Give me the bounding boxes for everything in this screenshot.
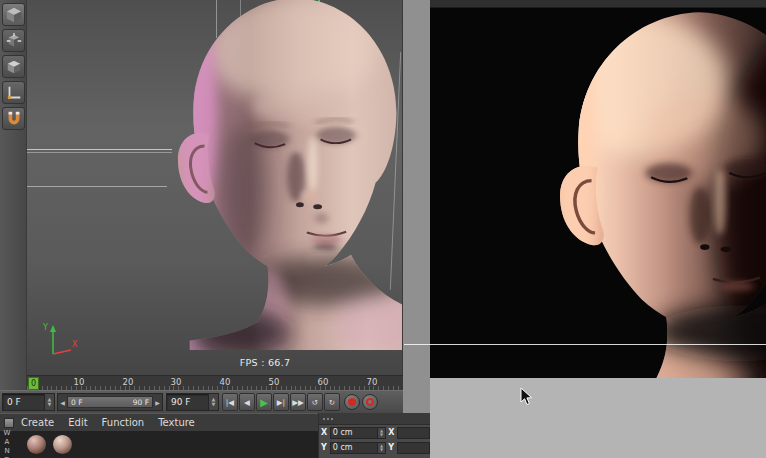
scale-cube-icon [5,58,23,76]
render-scanline [404,344,766,345]
menu-edit[interactable]: Edit [68,417,87,428]
ruler-tick: 40 [215,377,235,387]
coordinate-row-x: X 0 cm ▲ ▼ X [319,425,430,440]
axis-gizmo: Y X [39,320,79,362]
next-frame-button[interactable]: ▶| [273,393,289,411]
play-loop-backward-button[interactable]: ↺ [307,393,323,411]
coordinate-value: 0 cm [331,443,377,452]
transport-bar: 0 F ▲ ▼ ◀ 0 F 90 F ▶ 90 F ▲ ▼ [0,390,403,413]
coordinates-panel: X 0 cm ▲ ▼ X Y 0 cm ▲ ▼ [318,413,430,458]
ruler-tick: 20 [118,377,138,387]
record-dot-icon [348,398,356,406]
ruler-tick: 10 [69,377,89,387]
step-down-icon[interactable]: ▼ [48,402,52,407]
magnet-tool-button[interactable] [2,107,25,130]
axis-icon [5,84,23,102]
ruler-tick: 60 [313,377,333,387]
frame-stepper[interactable]: ▲ ▼ [44,394,54,410]
autokey-ring-icon [366,398,374,406]
autokey-button[interactable] [362,394,378,410]
current-frame-field[interactable]: 0 F ▲ ▼ [2,393,55,411]
axis-y-label: Y [42,323,48,332]
panel-grid-icon [4,418,14,428]
play-loop-button[interactable]: ↻ [324,393,340,411]
render-window-titlebar[interactable] [430,0,766,8]
axis-x-label: X [72,340,78,349]
desktop-area [430,378,766,458]
move-tool-button[interactable] [2,29,25,52]
guide-line [27,186,167,187]
step-down-icon[interactable]: ▼ [380,448,383,452]
screen: Y X FPS : 66.7 0 10 20 30 40 50 60 70 0 … [0,0,766,458]
viewport-3d[interactable]: Y X FPS : 66.7 [27,0,403,375]
axis-label: X [388,428,395,437]
value-stepper[interactable]: ▲ ▼ [377,428,385,438]
step-down-icon[interactable]: ▼ [212,402,216,407]
magnet-icon [5,110,23,128]
axis-label: X [321,428,328,437]
material-thumbnail[interactable] [53,435,72,454]
timeline-ruler[interactable]: 0 10 20 30 40 50 60 70 [27,375,403,390]
end-frame-field[interactable]: 90 F ▲ ▼ [166,393,219,411]
coordinate-field-x[interactable]: 0 cm ▲ ▼ [330,427,386,439]
c4d-window: Y X FPS : 66.7 0 10 20 30 40 50 60 70 0 … [0,0,430,458]
render-canvas [430,8,766,378]
coordinate-field-clipped[interactable] [397,442,430,454]
goto-end-button[interactable]: ▶▶ [290,393,306,411]
range-right-arrow-icon[interactable]: ▶ [153,399,162,406]
current-frame-marker[interactable]: 0 [28,377,39,390]
material-manager [0,431,318,458]
menu-texture[interactable]: Texture [158,417,195,428]
play-button[interactable]: ▶ [256,393,272,411]
guide-line [27,152,172,153]
guide-line [27,149,172,150]
material-menu-bar: Create Edit Function Texture [0,413,318,431]
range-track[interactable]: 0 F 90 F [67,396,153,408]
render-window [430,0,766,458]
cube-icon [5,6,23,24]
vertical-watermark: WAND [0,429,11,458]
end-frame-value: 90 F [167,397,208,407]
left-toolbar [0,0,27,390]
axis-tool-button[interactable] [2,81,25,104]
fps-counter: FPS : 66.7 [185,357,345,368]
range-start-value: 0 F [71,398,82,407]
ruler-tick: 70 [362,377,382,387]
preview-range-slider[interactable]: ◀ 0 F 90 F ▶ [57,393,163,411]
move-cube-icon [5,32,23,50]
axis-label: Y [321,443,328,452]
scale-tool-button[interactable] [2,55,25,78]
axis-label: Y [388,443,395,452]
material-thumbnail[interactable] [27,435,46,454]
frame-stepper[interactable]: ▲ ▼ [208,394,218,410]
range-left-arrow-icon[interactable]: ◀ [58,399,67,406]
ruler-tick: 50 [264,377,284,387]
coordinate-row-y: Y 0 cm ▲ ▼ Y [319,440,430,455]
rendered-head [553,8,766,378]
record-keyframe-button[interactable] [344,394,360,410]
ruler-tick: 30 [166,377,186,387]
window-gap [403,0,430,413]
range-end-value: 90 F [133,398,149,407]
coordinate-value: 0 cm [331,428,377,437]
prev-frame-button[interactable]: ◀ [239,393,255,411]
model-mode-button[interactable] [2,3,25,26]
menu-create[interactable]: Create [21,417,54,428]
coordinates-header[interactable] [319,413,430,425]
current-frame-value: 0 F [3,397,44,407]
value-stepper[interactable]: ▲ ▼ [377,443,385,453]
coordinate-field-clipped[interactable] [397,427,430,439]
coordinate-field-y[interactable]: 0 cm ▲ ▼ [330,442,386,454]
head-model[interactable] [172,0,403,350]
mouse-cursor-icon [520,387,534,407]
menu-function[interactable]: Function [102,417,145,428]
goto-start-button[interactable]: |◀ [222,393,238,411]
step-down-icon[interactable]: ▼ [380,433,383,437]
